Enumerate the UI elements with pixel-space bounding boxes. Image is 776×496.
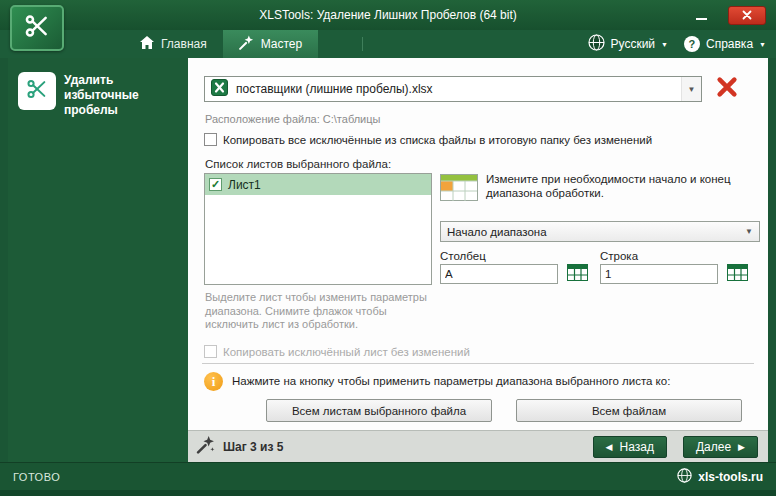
window-frame-bottom bbox=[0, 490, 776, 496]
copy-excluded-files-checkbox[interactable] bbox=[204, 133, 217, 146]
task-icon-box bbox=[18, 72, 56, 110]
wand-tools-icon bbox=[196, 435, 215, 458]
range-start-combobox[interactable]: Начало диапазона ▼ bbox=[440, 221, 760, 242]
close-icon bbox=[742, 6, 752, 24]
column-input[interactable] bbox=[440, 264, 558, 284]
back-button[interactable]: ◀ Назад bbox=[593, 436, 667, 458]
next-button[interactable]: Далее ▶ bbox=[683, 436, 758, 458]
tab-separator bbox=[362, 37, 363, 51]
copy-excluded-sheet-checkbox bbox=[204, 345, 217, 358]
wizard-footer: Шаг 3 из 5 ◀ Назад Далее ▶ bbox=[188, 430, 768, 462]
excel-file-icon bbox=[211, 79, 228, 99]
help-label: Справка bbox=[706, 37, 753, 51]
copy-excluded-sheet-row: Копировать исключённый лист без изменени… bbox=[204, 345, 470, 358]
range-table-icon bbox=[440, 174, 478, 205]
arrow-right-icon: ▶ bbox=[738, 442, 745, 452]
window-body: Удалить избыточные пробелы поставщики (л… bbox=[0, 58, 776, 462]
file-location-text: Расположение файла: C:\таблицы bbox=[205, 113, 380, 125]
globe-icon bbox=[677, 468, 692, 486]
language-menu[interactable]: Русский ▼ bbox=[588, 34, 668, 54]
sheet-name: Лист1 bbox=[228, 178, 261, 192]
question-icon: ? bbox=[684, 36, 700, 52]
wizard-content: поставщики (лишние пробелы).xlsx ▼ Распо… bbox=[188, 58, 768, 430]
red-x-icon bbox=[716, 76, 738, 102]
step-indicator: Шаг 3 из 5 bbox=[223, 440, 283, 454]
file-combobox[interactable]: поставщики (лишние пробелы).xlsx ▼ bbox=[204, 76, 702, 102]
list-item-sheet[interactable]: ✓ Лист1 bbox=[205, 174, 431, 195]
row-label: Строка bbox=[600, 250, 638, 262]
chevron-down-icon: ▼ bbox=[661, 41, 668, 48]
apply-all-sheets-button[interactable]: Всем листам выбранного файла bbox=[266, 399, 492, 422]
next-label: Далее bbox=[696, 440, 731, 454]
website-link[interactable]: xls-tools.ru bbox=[677, 468, 763, 486]
chevron-down-icon: ▼ bbox=[759, 41, 766, 48]
scissors-icon bbox=[24, 13, 50, 43]
close-button[interactable] bbox=[728, 6, 766, 25]
selected-file-name: поставщики (лишние пробелы).xlsx bbox=[236, 82, 433, 96]
range-hint-text: Измените при необходимости начало и коне… bbox=[486, 172, 764, 200]
tab-master-label: Мастер bbox=[261, 37, 303, 51]
apply-hint-text: Нажмите на кнопку чтобы применить параме… bbox=[232, 375, 670, 387]
arrow-left-icon: ◀ bbox=[606, 442, 613, 452]
home-icon bbox=[140, 36, 154, 52]
app-window: XLSTools: Удаление Лишних Пробелов (64 b… bbox=[0, 0, 776, 496]
divider bbox=[202, 363, 754, 364]
title-bar: XLSTools: Удаление Лишних Пробелов (64 b… bbox=[0, 0, 776, 30]
minimize-icon bbox=[696, 18, 707, 20]
row-range-picker-button[interactable] bbox=[724, 264, 750, 284]
tab-bar-right: Русский ▼ ? Справка ▼ bbox=[588, 30, 776, 58]
status-bar: ГОТОВО xls-tools.ru bbox=[0, 462, 776, 490]
range-start-value: Начало диапазона bbox=[447, 226, 547, 238]
wand-icon bbox=[239, 35, 254, 53]
website-label: xls-tools.ru bbox=[698, 470, 763, 484]
scissors-icon bbox=[26, 78, 48, 104]
app-logo bbox=[10, 5, 64, 51]
chevron-down-icon[interactable]: ▼ bbox=[681, 77, 701, 101]
column-range-picker-button[interactable] bbox=[564, 264, 590, 284]
tab-home-label: Главная bbox=[161, 37, 207, 51]
sidebar: Удалить избыточные пробелы bbox=[8, 58, 188, 462]
remove-file-button[interactable] bbox=[712, 75, 742, 103]
row-input[interactable] bbox=[600, 264, 718, 284]
globe-icon bbox=[588, 34, 605, 54]
tab-master[interactable]: Мастер bbox=[223, 30, 319, 58]
info-icon: i bbox=[204, 372, 223, 391]
sheet-list[interactable]: ✓ Лист1 bbox=[204, 173, 432, 285]
copy-excluded-files-row: Копировать все исключённые из списка фай… bbox=[204, 133, 652, 146]
column-label: Столбец bbox=[440, 250, 486, 262]
table-icon bbox=[727, 264, 748, 285]
sheets-list-label: Список листов выбранного файла: bbox=[205, 158, 391, 170]
back-label: Назад bbox=[620, 440, 654, 454]
tab-bar: Главная Мастер Русский ▼ ? Справка ▼ bbox=[0, 30, 776, 58]
apply-all-files-button[interactable]: Всем файлам bbox=[516, 399, 742, 422]
sheet-select-hint: Выделите лист чтобы изменить параметры д… bbox=[205, 291, 443, 332]
copy-excluded-files-label: Копировать все исключённые из списка фай… bbox=[223, 134, 652, 146]
minimize-button[interactable] bbox=[688, 6, 714, 24]
window-title: XLSTools: Удаление Лишних Пробелов (64 b… bbox=[0, 8, 776, 22]
table-icon bbox=[567, 264, 588, 285]
check-icon: ✓ bbox=[211, 179, 220, 190]
chevron-down-icon: ▼ bbox=[745, 227, 753, 236]
window-controls bbox=[688, 6, 776, 25]
main-panel: поставщики (лишние пробелы).xlsx ▼ Распо… bbox=[188, 58, 768, 462]
status-text: ГОТОВО bbox=[13, 471, 60, 483]
tab-home[interactable]: Главная bbox=[124, 30, 223, 58]
help-menu[interactable]: ? Справка ▼ bbox=[684, 36, 766, 52]
language-label: Русский bbox=[611, 37, 656, 51]
sheet-checkbox[interactable]: ✓ bbox=[209, 178, 222, 191]
task-title: Удалить избыточные пробелы bbox=[64, 73, 180, 118]
copy-excluded-sheet-label: Копировать исключённый лист без изменени… bbox=[223, 346, 470, 358]
